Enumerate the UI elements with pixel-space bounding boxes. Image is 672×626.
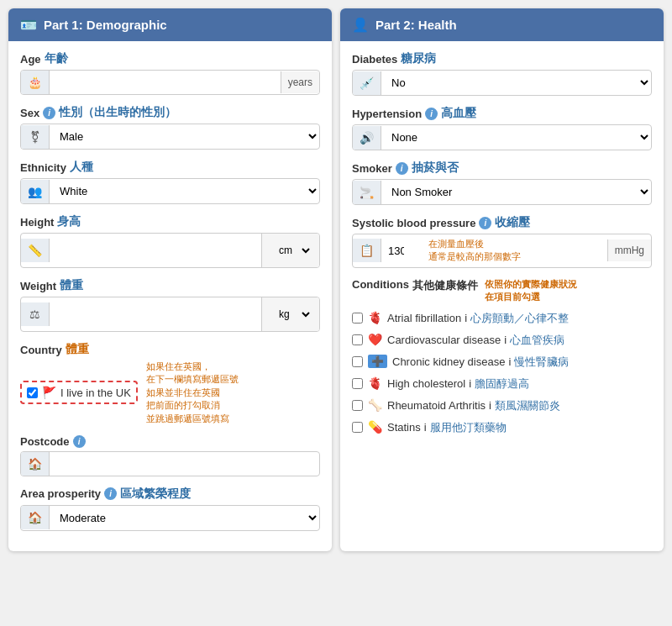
country-checkbox-label: I live in the UK — [60, 387, 131, 399]
part1-header: 🪪 Part 1: Demographic — [8, 8, 332, 41]
country-label: Country 體重 — [20, 342, 320, 357]
condition-cardiovascular-checkbox[interactable] — [352, 334, 363, 345]
smoker-select[interactable]: Non Smoker Ex-Smoker Light Smoker Modera… — [381, 180, 651, 204]
height-unit-select[interactable]: cm ft — [269, 239, 312, 262]
arthritis-icon: 🦴 — [368, 398, 382, 412]
condition-cholesterol-checkbox[interactable] — [352, 378, 363, 389]
weight-suffix: kg lbs — [261, 297, 319, 331]
country-row: 🚩 I live in the UK 如果住在英國，在下一欄填寫郵遞區號如果並非… — [20, 360, 320, 425]
arthritis-info-icon[interactable]: i — [489, 399, 491, 412]
country-checkbox[interactable] — [27, 387, 38, 398]
condition-statins-checkbox[interactable] — [352, 422, 363, 433]
diabetes-label: Diabetes 糖尿病 — [352, 51, 652, 66]
systolic-suffix: mmHg — [607, 239, 651, 261]
height-input[interactable] — [50, 239, 261, 262]
age-icon: 🎂 — [21, 71, 50, 94]
diabetes-select[interactable]: No Type 1 Type 2 — [381, 71, 651, 95]
hypertension-icon: 🔊 — [353, 126, 381, 150]
height-icon: 📏 — [21, 239, 50, 262]
postcode-icon: 🏠 — [21, 452, 50, 476]
kidney-icon: ➕ — [368, 355, 387, 368]
part2-body: Diabetes 糖尿病 💉 No Type 1 Type 2 Hyperten… — [340, 41, 664, 455]
sex-select[interactable]: Male Female — [50, 124, 319, 149]
country-checkbox-box: 🚩 I live in the UK — [20, 381, 138, 404]
country-note: 如果住在英國，在下一欄填寫郵遞區號如果並非住在英國把前面的打勾取消並跳過郵遞區號… — [146, 360, 239, 425]
sex-input-row: ⚧ Male Female — [20, 124, 320, 150]
weight-label: Weight 體重 — [20, 278, 320, 293]
part1-panel: 🪪 Part 1: Demographic Age 年齡 🎂 years Se — [8, 8, 332, 551]
part2-header: 👤 Part 2: Health — [340, 8, 664, 41]
area-prosperity-input-row: 🏠 Moderate Deprived Prosperous — [20, 505, 320, 531]
sex-icon: ⚧ — [21, 125, 50, 149]
diabetes-input-row: 💉 No Type 1 Type 2 — [352, 70, 652, 96]
systolic-icon: 📋 — [353, 239, 381, 262]
condition-atrial: 🫀 Atrial fibrillation i 心房顫動／心律不整 — [352, 311, 652, 326]
condition-statins: 💊 Statins i 服用他汀類藥物 — [352, 420, 652, 435]
weight-group: Weight 體重 ⚖ kg lbs — [20, 278, 320, 332]
postcode-group: Postcode i 🏠 — [20, 435, 320, 476]
condition-cholesterol: 🫀 High cholesterol i 膽固醇過高 — [352, 376, 652, 392]
area-prosperity-icon: 🏠 — [21, 506, 50, 529]
ethnicity-icon: 👥 — [21, 180, 50, 203]
weight-input-row: ⚖ kg lbs — [20, 297, 320, 332]
smoker-input-row: 🚬 Non Smoker Ex-Smoker Light Smoker Mode… — [352, 179, 652, 205]
ethnicity-group: Ethnicity 人種 👥 White Asian Black Mixed O… — [20, 160, 320, 204]
height-label: Height 身高 — [20, 214, 320, 229]
condition-atrial-checkbox[interactable] — [352, 313, 363, 324]
statins-info-icon[interactable]: i — [424, 421, 427, 434]
weight-unit-select[interactable]: kg lbs — [269, 302, 312, 326]
postcode-info-icon[interactable]: i — [73, 435, 86, 448]
systolic-input[interactable] — [381, 239, 423, 262]
part1-header-label: Part 1: Demographic — [44, 18, 167, 32]
age-input[interactable] — [50, 71, 281, 94]
hypertension-label: Hypertension i 高血壓 — [352, 106, 652, 121]
smoker-info-icon[interactable]: i — [396, 162, 408, 175]
condition-cardiovascular: ❤️ Cardiovascular disease i 心血管疾病 — [352, 333, 652, 348]
country-group: Country 體重 🚩 I live in the UK 如果住在英國，在下一… — [20, 342, 320, 425]
postcode-label: Postcode i — [20, 435, 320, 448]
country-flag-icon: 🚩 — [42, 386, 56, 399]
systolic-note: 在測量血壓後 通常是較高的那個數字 — [423, 234, 607, 267]
area-prosperity-label: Area prosperity i 區域繁榮程度 — [20, 487, 320, 502]
postcode-input-row: 🏠 — [20, 451, 320, 476]
cholesterol-info-icon[interactable]: i — [469, 377, 471, 390]
condition-arthritis-checkbox[interactable] — [352, 400, 363, 411]
part2-header-icon: 👤 — [352, 17, 369, 33]
conditions-note: 依照你的實際健康狀況在項目前勾選 — [485, 278, 577, 304]
smoker-label: Smoker i 抽菸與否 — [352, 160, 652, 176]
smoker-icon: 🚬 — [353, 181, 381, 204]
age-label: Age 年齡 — [20, 51, 320, 66]
cholesterol-icon: 🫀 — [368, 376, 382, 390]
diabetes-group: Diabetes 糖尿病 💉 No Type 1 Type 2 — [352, 51, 652, 96]
cardiovascular-info-icon[interactable]: i — [504, 334, 507, 346]
part2-header-label: Part 2: Health — [375, 18, 457, 32]
sex-label: Sex i 性別（出生時的性別） — [20, 105, 320, 120]
area-prosperity-group: Area prosperity i 區域繁榮程度 🏠 Moderate Depr… — [20, 487, 320, 531]
sex-info-icon[interactable]: i — [43, 107, 55, 119]
diabetes-icon: 💉 — [353, 71, 381, 95]
condition-kidney: ➕ Chronic kidney disease i 慢性腎臟病 — [352, 355, 652, 370]
hypertension-group: Hypertension i 高血壓 🔊 None Treated Untrea… — [352, 106, 652, 150]
hypertension-input-row: 🔊 None Treated Untreated — [352, 124, 652, 150]
atrial-info-icon[interactable]: i — [465, 312, 467, 324]
systolic-input-row: 📋 在測量血壓後 通常是較高的那個數字 mmHg — [352, 234, 652, 268]
weight-input[interactable] — [50, 303, 261, 326]
area-prosperity-info-icon[interactable]: i — [104, 487, 117, 500]
systolic-group: Systolic blood pressure i 收縮壓 📋 在測量血壓後 通… — [352, 215, 652, 268]
age-suffix: years — [281, 71, 319, 93]
conditions-label: Conditions 其他健康條件 依照你的實際健康狀況在項目前勾選 — [352, 278, 652, 304]
systolic-info-icon[interactable]: i — [479, 217, 491, 229]
app-container: 🪪 Part 1: Demographic Age 年齡 🎂 years Se — [8, 8, 664, 551]
area-prosperity-select[interactable]: Moderate Deprived Prosperous — [50, 506, 319, 530]
ethnicity-label: Ethnicity 人種 — [20, 160, 320, 175]
part2-panel: 👤 Part 2: Health Diabetes 糖尿病 💉 No Type … — [340, 8, 664, 551]
kidney-info-icon[interactable]: i — [508, 355, 511, 368]
sex-group: Sex i 性別（出生時的性別） ⚧ Male Female — [20, 105, 320, 150]
hypertension-select[interactable]: None Treated Untreated — [381, 125, 651, 150]
condition-kidney-checkbox[interactable] — [352, 356, 363, 367]
age-input-row: 🎂 years — [20, 70, 320, 95]
hypertension-info-icon[interactable]: i — [425, 108, 438, 120]
conditions-group: Conditions 其他健康條件 依照你的實際健康狀況在項目前勾選 🫀 Atr… — [352, 278, 652, 435]
postcode-input[interactable] — [50, 452, 319, 475]
ethnicity-select[interactable]: White Asian Black Mixed Other — [50, 179, 319, 203]
